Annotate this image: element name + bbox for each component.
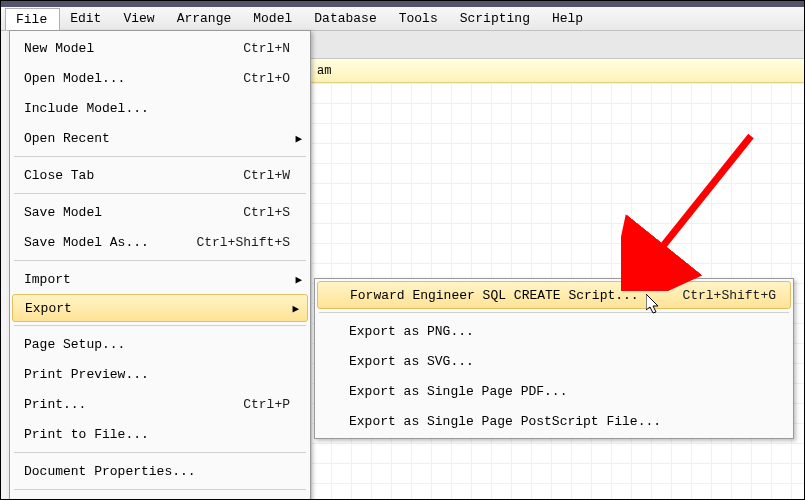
export-menu-item-export-as-single-page-pdf[interactable]: Export as Single Page PDF... <box>315 376 793 406</box>
file-menu-item-export[interactable]: Export▶ <box>12 294 308 322</box>
menu-item-label: Import <box>24 272 290 287</box>
menu-item-shortcut: Ctrl+Shift+G <box>682 288 776 303</box>
submenu-arrow-icon: ▶ <box>295 273 302 286</box>
menu-item-shortcut: Ctrl+Shift+S <box>196 235 290 250</box>
file-menu-item-exit[interactable]: ExitAlt+F4 <box>10 493 310 500</box>
export-menu-item-export-as-png[interactable]: Export as PNG... <box>315 316 793 346</box>
menubar-item-help[interactable]: Help <box>542 8 595 29</box>
menu-item-shortcut: Ctrl+O <box>243 71 290 86</box>
file-menu-dropdown: New ModelCtrl+NOpen Model...Ctrl+OInclud… <box>9 30 311 500</box>
menubar-item-tools[interactable]: Tools <box>389 8 450 29</box>
menu-item-label: Export <box>25 301 289 316</box>
menu-item-label: Export as SVG... <box>349 354 777 369</box>
document-header-title: am <box>317 64 331 78</box>
menu-item-label: Export as Single Page PostScript File... <box>349 414 777 429</box>
menu-item-label: Print... <box>24 397 233 412</box>
file-menu-item-save-model-as[interactable]: Save Model As...Ctrl+Shift+S <box>10 227 310 257</box>
menu-item-shortcut: Ctrl+N <box>243 41 290 56</box>
file-menu-item-print-to-file[interactable]: Print to File... <box>10 419 310 449</box>
menu-item-shortcut: Ctrl+P <box>243 397 290 412</box>
menu-item-label: Forward Engineer SQL CREATE Script... <box>350 288 674 303</box>
menu-item-label: Export as PNG... <box>349 324 777 339</box>
menu-item-label: Open Recent <box>24 131 290 146</box>
file-menu-item-save-model[interactable]: Save ModelCtrl+S <box>10 197 310 227</box>
menubar-item-arrange[interactable]: Arrange <box>167 8 244 29</box>
menubar-item-database[interactable]: Database <box>304 8 388 29</box>
file-menu-item-new-model[interactable]: New ModelCtrl+N <box>10 33 310 63</box>
menubar-item-scripting[interactable]: Scripting <box>450 8 542 29</box>
export-submenu: Forward Engineer SQL CREATE Script...Ctr… <box>314 278 794 439</box>
submenu-arrow-icon: ▶ <box>295 132 302 145</box>
menu-item-label: Document Properties... <box>24 464 290 479</box>
submenu-arrow-icon: ▶ <box>292 302 299 315</box>
menu-item-shortcut: Ctrl+W <box>243 168 290 183</box>
menu-separator <box>14 156 306 157</box>
menu-item-label: Save Model <box>24 205 233 220</box>
menu-item-shortcut: Ctrl+S <box>243 205 290 220</box>
file-menu-item-close-tab[interactable]: Close TabCtrl+W <box>10 160 310 190</box>
menu-item-label: Print to File... <box>24 427 290 442</box>
menu-item-label: Print Preview... <box>24 367 290 382</box>
menubar-item-edit[interactable]: Edit <box>60 8 113 29</box>
menu-item-label: Open Model... <box>24 71 233 86</box>
menu-separator <box>14 325 306 326</box>
file-menu-item-import[interactable]: Import▶ <box>10 264 310 294</box>
file-menu-item-page-setup[interactable]: Page Setup... <box>10 329 310 359</box>
menu-item-label: Close Tab <box>24 168 233 183</box>
export-menu-item-forward-engineer-sql-create-script[interactable]: Forward Engineer SQL CREATE Script...Ctr… <box>317 281 791 309</box>
export-menu-item-export-as-single-page-postscript-file[interactable]: Export as Single Page PostScript File... <box>315 406 793 436</box>
menubar-item-view[interactable]: View <box>113 8 166 29</box>
tab-strip <box>311 31 804 59</box>
menu-separator <box>319 312 789 313</box>
menubar-item-model[interactable]: Model <box>243 8 304 29</box>
menu-separator <box>14 193 306 194</box>
file-menu-item-print-preview[interactable]: Print Preview... <box>10 359 310 389</box>
menu-separator <box>14 452 306 453</box>
file-menu-item-open-model[interactable]: Open Model...Ctrl+O <box>10 63 310 93</box>
file-menu-item-include-model[interactable]: Include Model... <box>10 93 310 123</box>
file-menu-item-document-properties[interactable]: Document Properties... <box>10 456 310 486</box>
file-menu-item-open-recent[interactable]: Open Recent▶ <box>10 123 310 153</box>
file-menu-item-print[interactable]: Print...Ctrl+P <box>10 389 310 419</box>
menu-separator <box>14 260 306 261</box>
menu-item-label: Save Model As... <box>24 235 186 250</box>
menu-separator <box>14 489 306 490</box>
menu-item-label: Page Setup... <box>24 337 290 352</box>
document-header: am <box>311 59 804 83</box>
menu-item-label: New Model <box>24 41 233 56</box>
export-menu-item-export-as-svg[interactable]: Export as SVG... <box>315 346 793 376</box>
menu-item-label: Include Model... <box>24 101 290 116</box>
menu-item-label: Export as Single Page PDF... <box>349 384 777 399</box>
menubar-item-file[interactable]: File <box>5 8 60 30</box>
menubar: FileEditViewArrangeModelDatabaseToolsScr… <box>1 7 804 31</box>
